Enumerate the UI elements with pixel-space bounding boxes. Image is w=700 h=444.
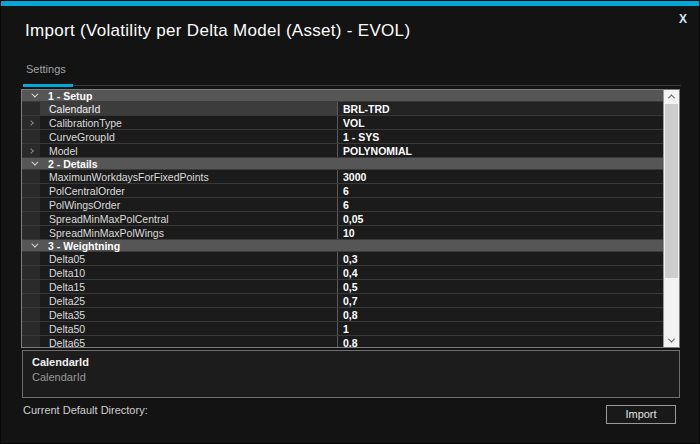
property-value-cell[interactable]: 0,8 xyxy=(338,336,663,347)
grid-row[interactable]: PolWingsOrder6 xyxy=(22,198,663,212)
grid-row[interactable]: Delta501 xyxy=(22,322,663,336)
category-row[interactable]: 3 - Weightning xyxy=(22,240,663,252)
property-name-cell[interactable]: Delta05 xyxy=(40,252,338,265)
property-value-cell[interactable]: VOL xyxy=(338,116,663,129)
property-name-cell[interactable]: PolWingsOrder xyxy=(40,198,338,211)
property-value-cell[interactable]: 0,8 xyxy=(338,308,663,321)
row-gutter xyxy=(22,252,40,265)
property-name-cell[interactable]: PolCentralOrder xyxy=(40,184,338,197)
category-row[interactable]: 1 - Setup xyxy=(22,90,663,102)
category-label: 3 - Weightning xyxy=(48,240,120,252)
grid-row[interactable]: Delta100,4 xyxy=(22,266,663,280)
row-gutter xyxy=(22,212,40,225)
category-label: 2 - Details xyxy=(48,158,98,170)
vertical-scrollbar[interactable] xyxy=(663,90,679,347)
import-button[interactable]: Import xyxy=(606,405,676,424)
grid-row[interactable]: MaximunWorkdaysForFixedPoints3000 xyxy=(22,170,663,184)
chevron-down-icon[interactable] xyxy=(31,241,38,248)
grid-row[interactable]: CalibrationTypeVOL xyxy=(22,116,663,130)
property-name-cell[interactable]: SpreadMinMaxPolWings xyxy=(40,226,338,239)
row-gutter xyxy=(22,130,40,143)
description-panel: CalendarId CalendarId xyxy=(22,350,680,398)
import-dialog-window: Import (Volatility per Delta Model (Asse… xyxy=(0,0,700,444)
row-gutter xyxy=(22,294,40,307)
close-icon[interactable]: X xyxy=(673,10,693,28)
property-name-cell[interactable]: Delta25 xyxy=(40,294,338,307)
description-text: CalendarId xyxy=(32,371,670,383)
row-gutter xyxy=(22,102,40,115)
category-row[interactable]: 2 - Details xyxy=(22,158,663,170)
row-gutter xyxy=(22,144,40,157)
grid-row[interactable]: CalendarIdBRL-TRD xyxy=(22,102,663,116)
grid-row[interactable]: ModelPOLYNOMIAL xyxy=(22,144,663,158)
property-value-cell[interactable]: 1 - SYS xyxy=(338,130,663,143)
property-value-cell[interactable]: 0,5 xyxy=(338,280,663,293)
scrollbar-thumb[interactable] xyxy=(665,104,678,278)
property-name-cell[interactable]: Delta15 xyxy=(40,280,338,293)
dialog-title: Import (Volatility per Delta Model (Asse… xyxy=(25,21,410,41)
row-gutter xyxy=(22,336,40,347)
property-name-cell[interactable]: SpreadMinMaxPolCentral xyxy=(40,212,338,225)
grid-row[interactable]: Delta250,7 xyxy=(22,294,663,308)
property-name-cell[interactable]: Delta50 xyxy=(40,322,338,335)
tab-active-underline xyxy=(23,84,73,87)
property-value-cell[interactable]: 0,3 xyxy=(338,252,663,265)
property-value-cell[interactable]: POLYNOMIAL xyxy=(338,144,663,157)
property-name-cell[interactable]: MaximunWorkdaysForFixedPoints xyxy=(40,170,338,183)
property-value-cell[interactable]: 0,7 xyxy=(338,294,663,307)
row-gutter xyxy=(22,280,40,293)
property-value-cell[interactable]: 6 xyxy=(338,184,663,197)
property-value-cell[interactable]: 1 xyxy=(338,322,663,335)
accent-top-bar xyxy=(1,1,700,6)
property-value-cell[interactable]: 6 xyxy=(338,198,663,211)
property-value-cell[interactable]: 0,4 xyxy=(338,266,663,279)
property-name-cell[interactable]: Model xyxy=(40,144,338,157)
category-label: 1 - Setup xyxy=(48,90,92,102)
tab-strip-divider xyxy=(73,85,681,86)
grid-row[interactable]: SpreadMinMaxPolWings10 xyxy=(22,226,663,240)
grid-row[interactable]: SpreadMinMaxPolCentral0,05 xyxy=(22,212,663,226)
row-gutter xyxy=(22,170,40,183)
row-gutter xyxy=(22,266,40,279)
property-name-cell[interactable]: Delta35 xyxy=(40,308,338,321)
scrollbar-down-icon[interactable] xyxy=(664,334,679,347)
property-grid-body: 1 - SetupCalendarIdBRL-TRDCalibrationTyp… xyxy=(22,90,663,347)
grid-row[interactable]: Delta050,3 xyxy=(22,252,663,266)
chevron-right-icon[interactable] xyxy=(28,148,34,154)
grid-row[interactable]: Delta350,8 xyxy=(22,308,663,322)
description-title: CalendarId xyxy=(32,356,670,368)
property-name-cell[interactable]: Delta65 xyxy=(40,336,338,347)
tab-settings[interactable]: Settings xyxy=(26,63,66,75)
property-name-cell[interactable]: CalendarId xyxy=(40,102,338,115)
property-grid: 1 - SetupCalendarIdBRL-TRDCalibrationTyp… xyxy=(21,89,680,348)
property-name-cell[interactable]: Delta10 xyxy=(40,266,338,279)
grid-row[interactable]: Delta650,8 xyxy=(22,336,663,347)
chevron-down-icon[interactable] xyxy=(31,91,38,98)
grid-row[interactable]: PolCentralOrder6 xyxy=(22,184,663,198)
scrollbar-up-icon[interactable] xyxy=(664,90,679,103)
grid-row[interactable]: Delta150,5 xyxy=(22,280,663,294)
property-value-cell[interactable]: BRL-TRD xyxy=(338,102,663,115)
property-value-cell[interactable]: 10 xyxy=(338,226,663,239)
chevron-down-icon[interactable] xyxy=(31,159,38,166)
property-value-cell[interactable]: 0,05 xyxy=(338,212,663,225)
chevron-right-icon[interactable] xyxy=(28,120,34,126)
row-gutter xyxy=(22,116,40,129)
row-gutter xyxy=(22,184,40,197)
property-value-cell[interactable]: 3000 xyxy=(338,170,663,183)
property-name-cell[interactable]: CalibrationType xyxy=(40,116,338,129)
grid-row[interactable]: CurveGroupId1 - SYS xyxy=(22,130,663,144)
property-name-cell[interactable]: CurveGroupId xyxy=(40,130,338,143)
row-gutter xyxy=(22,322,40,335)
current-default-directory-label: Current Default Directory: xyxy=(23,404,148,416)
row-gutter xyxy=(22,226,40,239)
row-gutter xyxy=(22,198,40,211)
row-gutter xyxy=(22,308,40,321)
